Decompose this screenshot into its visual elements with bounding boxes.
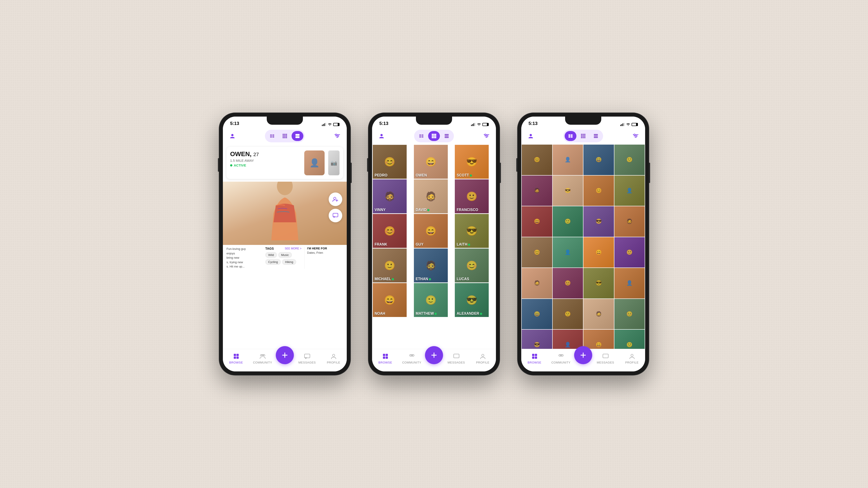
grid-item-lucas[interactable]: 😊 LUCAS xyxy=(455,249,489,283)
grid-item-laith[interactable]: 😎 LAITH xyxy=(455,214,489,248)
grid-item-alexander[interactable]: 😎 ALEXANDER xyxy=(455,283,489,317)
small-item-3[interactable]: 😄 xyxy=(583,144,614,175)
svg-rect-70 xyxy=(383,357,385,359)
grid-item-noah[interactable]: 😄 NOAH xyxy=(373,283,407,317)
small-item-25[interactable]: 😎 xyxy=(522,330,552,349)
tag-wild[interactable]: Wild xyxy=(266,252,277,258)
small-item-21[interactable]: 😄 xyxy=(522,299,552,329)
grid-item-frank[interactable]: 😊 FRANK xyxy=(373,214,407,248)
grid-item-vinny[interactable]: 🧔 VINNY xyxy=(373,180,407,213)
nav-community-3[interactable]: COMMUNITY xyxy=(548,353,574,364)
grid-item-matthew[interactable]: 🙂 MATTHEW xyxy=(414,283,448,317)
small-item-23[interactable]: 🧔 xyxy=(583,299,614,329)
small-item-1[interactable]: 😊 xyxy=(522,144,552,175)
tag-hiking[interactable]: Hiking xyxy=(282,259,296,265)
tag-cycling[interactable]: Cycling xyxy=(266,259,281,265)
filter-icon-2[interactable] xyxy=(482,131,491,141)
svg-rect-18 xyxy=(296,134,300,136)
small-item-18[interactable]: 😊 xyxy=(553,268,583,298)
small-item-11[interactable]: 😎 xyxy=(583,206,614,237)
filter-icon-1[interactable] xyxy=(332,131,342,141)
small-item-26[interactable]: 👤 xyxy=(553,330,583,349)
toggle-list-2[interactable] xyxy=(415,131,427,141)
small-item-16[interactable]: 🙂 xyxy=(614,237,645,268)
grid-item-david[interactable]: 🧔 DAVID xyxy=(414,180,448,213)
grid-item-michael[interactable]: 🙂 MICHAEL xyxy=(373,249,407,283)
toggle-detail-1[interactable] xyxy=(291,131,303,141)
nav-browse-2[interactable]: BROWSE xyxy=(372,353,399,364)
profile-thumbnail: 👤 xyxy=(304,151,324,175)
add-friend-btn[interactable] xyxy=(329,193,342,206)
toggle-grid-3[interactable] xyxy=(577,131,589,141)
see-more[interactable]: SEE MORE > xyxy=(285,247,302,250)
profile-icon-2 xyxy=(479,353,487,360)
svg-rect-43 xyxy=(471,125,472,126)
small-item-27[interactable]: 😄 xyxy=(583,330,614,349)
nav-plus-2[interactable] xyxy=(425,346,443,364)
toggle-grid-2[interactable] xyxy=(428,131,440,141)
nav-messages-1[interactable]: MESSAGES xyxy=(294,353,320,364)
toggle-grid-1[interactable] xyxy=(279,131,291,141)
small-item-8[interactable]: 👤 xyxy=(614,175,645,206)
small-item-22[interactable]: 🙂 xyxy=(553,299,583,329)
toggle-detail-2[interactable] xyxy=(441,131,453,141)
grid-item-guy[interactable]: 😄 GUY xyxy=(414,214,448,248)
nav-community-1[interactable]: COMMUNITY xyxy=(249,353,276,364)
svg-rect-53 xyxy=(433,134,435,135)
nav-profile-1[interactable]: PROFILE xyxy=(320,353,347,364)
profile-nav-icon-1[interactable] xyxy=(227,131,237,141)
svg-rect-69 xyxy=(385,354,388,356)
battery-icon-3 xyxy=(631,123,638,126)
nav-community-2[interactable]: COMMUNITY xyxy=(399,353,425,364)
filter-icon-3[interactable] xyxy=(631,131,641,141)
small-item-10[interactable]: 🙂 xyxy=(553,206,583,237)
small-item-15[interactable]: 😄 xyxy=(583,237,614,268)
small-item-12[interactable]: 🧔 xyxy=(614,206,645,237)
nav-plus-1[interactable] xyxy=(276,346,294,364)
community-label-3: COMMUNITY xyxy=(551,361,570,364)
toggle-list-3[interactable] xyxy=(565,131,577,141)
nav-profile-3[interactable]: PROFILE xyxy=(619,353,645,364)
small-item-9[interactable]: 😄 xyxy=(522,206,552,237)
grid-item-francisco[interactable]: 🙂 FRANCISCO xyxy=(455,180,489,213)
profile-nav-icon-3[interactable] xyxy=(526,131,536,141)
grid-item-scott[interactable]: 😎 SCOTT xyxy=(455,145,489,179)
toggle-detail-3[interactable] xyxy=(590,131,602,141)
grid-item-pedro[interactable]: 😊 PEDRO xyxy=(373,145,407,179)
small-item-5[interactable]: 🧔 xyxy=(522,175,552,206)
small-item-14[interactable]: 👤 xyxy=(553,237,583,268)
small-item-20[interactable]: 👤 xyxy=(614,268,645,298)
nav-profile-2[interactable]: PROFILE xyxy=(469,353,496,364)
nav-browse-1[interactable]: BROWSE xyxy=(223,353,249,364)
grid-content-3[interactable]: 😊 👤 😄 🙂 🧔 😎 😊 👤 😄 🙂 😎 🧔 😊 👤 😄 🙂 🧔 😊 xyxy=(521,144,645,349)
small-item-28[interactable]: 🙂 xyxy=(614,330,645,349)
small-item-4[interactable]: 🙂 xyxy=(614,144,645,175)
grid-item-ethan[interactable]: 🧔 ETHAN xyxy=(414,249,448,283)
notch-1 xyxy=(267,117,303,125)
tag-music[interactable]: Music xyxy=(278,252,292,258)
toggle-list-1[interactable] xyxy=(266,131,278,141)
small-item-6[interactable]: 😎 xyxy=(553,175,583,206)
nav-messages-2[interactable]: MESSAGES xyxy=(443,353,469,364)
message-btn[interactable] xyxy=(329,209,342,222)
browse-label-2: BROWSE xyxy=(378,361,392,364)
small-item-24[interactable]: 😊 xyxy=(614,299,645,329)
grid-item-owen[interactable]: 😄 OWEN xyxy=(414,145,448,179)
community-icon-3 xyxy=(557,353,565,360)
nav-plus-3[interactable] xyxy=(574,346,592,364)
nav-browse-3[interactable]: BROWSE xyxy=(521,353,548,364)
svg-rect-61 xyxy=(445,134,449,136)
small-item-19[interactable]: 😎 xyxy=(583,268,614,298)
profile-card-info: OWEN, 27 1.5 MILE AWAY ACTIVE xyxy=(230,151,302,167)
small-item-13[interactable]: 😊 xyxy=(522,237,552,268)
small-item-7[interactable]: 😊 xyxy=(583,175,614,206)
svg-rect-84 xyxy=(568,134,570,136)
small-item-17[interactable]: 🧔 xyxy=(522,268,552,298)
profile-label-2: PROFILE xyxy=(476,361,489,364)
bottom-nav-2: BROWSE COMMUNITY xyxy=(372,349,496,371)
profile-icon-3 xyxy=(628,353,636,360)
small-item-2[interactable]: 👤 xyxy=(553,144,583,175)
grid-content-2[interactable]: 😊 PEDRO 😄 OWEN 😎 SCOTT 🧔 VINNY 🧔 xyxy=(372,144,496,349)
profile-nav-icon-2[interactable] xyxy=(377,131,386,141)
nav-messages-3[interactable]: MESSAGES xyxy=(592,353,619,364)
